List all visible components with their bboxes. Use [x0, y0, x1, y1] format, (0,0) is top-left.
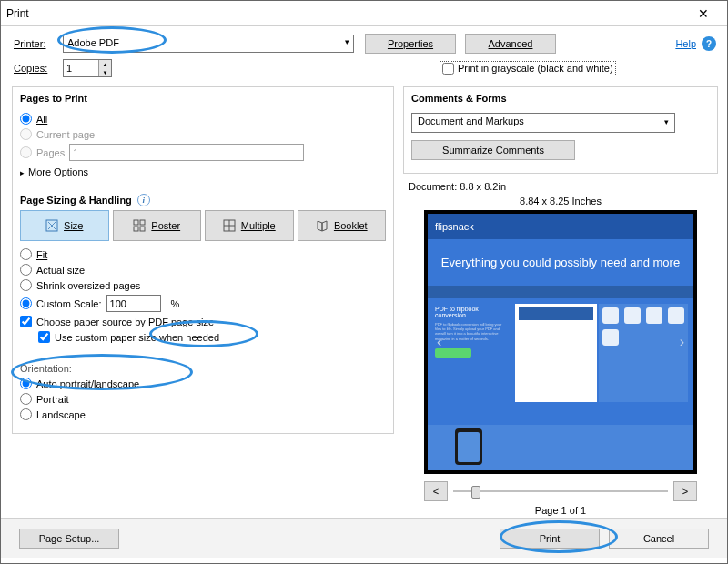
- orientation-pane: Orientation: Auto portrait/landscape Por…: [12, 356, 394, 434]
- top-toolbar: Printer: Adobe PDF Properties Advanced H…: [1, 26, 727, 86]
- custom-scale-input[interactable]: [106, 295, 161, 312]
- checkbox-use-custom-paper[interactable]: Use custom paper size when needed: [38, 331, 386, 343]
- spin-up-icon[interactable]: ▲: [99, 60, 111, 68]
- print-preview: flipsnack Everything you could possibly …: [424, 210, 697, 474]
- info-icon[interactable]: i: [137, 194, 150, 206]
- pages-to-print-pane: Pages to Print All Current page Pages Mo…: [12, 86, 394, 188]
- help-link[interactable]: Help: [675, 38, 696, 49]
- printer-label: Printer:: [14, 38, 63, 49]
- svg-rect-4: [140, 227, 145, 231]
- pages-to-print-title: Pages to Print: [20, 91, 386, 109]
- radio-portrait[interactable]: Portrait: [20, 393, 386, 405]
- chevron-right-icon: ›: [674, 328, 690, 356]
- tab-booklet[interactable]: Booklet: [298, 210, 387, 241]
- preview-area: Document: 8.8 x 8.2in 8.84 x 8.25 Inches…: [403, 181, 718, 516]
- title-bar: Print ✕: [1, 1, 727, 26]
- svg-rect-2: [140, 220, 145, 225]
- radio-current-page: Current page: [20, 128, 386, 140]
- svg-rect-3: [134, 227, 138, 231]
- radio-custom-scale[interactable]: Custom Scale: %: [20, 295, 386, 312]
- radio-shrink[interactable]: Shrink oversized pages: [20, 279, 386, 291]
- advanced-button[interactable]: Advanced: [465, 34, 556, 54]
- poster-icon: [133, 219, 146, 232]
- more-options-toggle[interactable]: More Options: [20, 166, 386, 177]
- next-page-button[interactable]: >: [673, 481, 697, 501]
- sizing-title: Page Sizing & Handling i: [20, 188, 386, 210]
- copies-input[interactable]: ▲▼: [63, 59, 112, 77]
- grayscale-checkbox[interactable]: Print in grayscale (black and white): [440, 61, 616, 76]
- cancel-button[interactable]: Cancel: [609, 529, 709, 549]
- checkbox-choose-paper[interactable]: Choose paper source by PDF page size: [20, 316, 386, 327]
- comments-select[interactable]: Document and Markups: [411, 113, 675, 133]
- chevron-left-icon: ‹: [431, 328, 447, 356]
- summarize-comments-button[interactable]: Summarize Comments: [411, 140, 575, 160]
- page-indicator: Page 1 of 1: [409, 505, 713, 516]
- radio-pages[interactable]: Pages: [20, 144, 386, 161]
- multiple-icon: [223, 219, 236, 232]
- radio-actual-size[interactable]: Actual size: [20, 264, 386, 276]
- comments-title: Comments & Forms: [411, 91, 710, 109]
- tab-poster[interactable]: Poster: [113, 210, 202, 241]
- tab-multiple[interactable]: Multiple: [205, 210, 294, 241]
- print-button[interactable]: Print: [500, 529, 600, 549]
- prev-page-button[interactable]: <: [424, 481, 448, 501]
- comments-pane: Comments & Forms Document and Markups Su…: [403, 86, 718, 174]
- radio-all[interactable]: All: [20, 113, 386, 125]
- radio-landscape[interactable]: Landscape: [20, 408, 386, 420]
- size-icon: [46, 219, 58, 232]
- orientation-title: Orientation:: [20, 363, 386, 374]
- document-dimensions: Document: 8.8 x 8.2in: [409, 181, 713, 192]
- printer-select[interactable]: Adobe PDF: [63, 35, 354, 53]
- radio-fit[interactable]: Fit: [20, 248, 386, 260]
- sheet-dimensions: 8.84 x 8.25 Inches: [409, 196, 713, 206]
- pages-range-input[interactable]: [69, 144, 304, 161]
- page-setup-button[interactable]: Page Setup...: [19, 529, 119, 549]
- radio-auto-orientation[interactable]: Auto portrait/landscape: [20, 378, 386, 389]
- tab-size[interactable]: Size: [20, 210, 109, 241]
- help-icon[interactable]: ?: [702, 36, 716, 51]
- booklet-icon: [316, 219, 329, 232]
- footer-bar: Page Setup... Print Cancel: [1, 518, 727, 558]
- spin-down-icon[interactable]: ▼: [99, 68, 111, 76]
- properties-button[interactable]: Properties: [365, 34, 456, 54]
- close-button[interactable]: ✕: [685, 1, 722, 26]
- copies-label: Copies:: [14, 63, 63, 74]
- window-title: Print: [6, 7, 685, 20]
- zoom-slider[interactable]: [453, 482, 668, 500]
- svg-rect-1: [134, 220, 138, 225]
- sizing-pane: Page Sizing & Handling i Size Poster Mul…: [12, 188, 394, 356]
